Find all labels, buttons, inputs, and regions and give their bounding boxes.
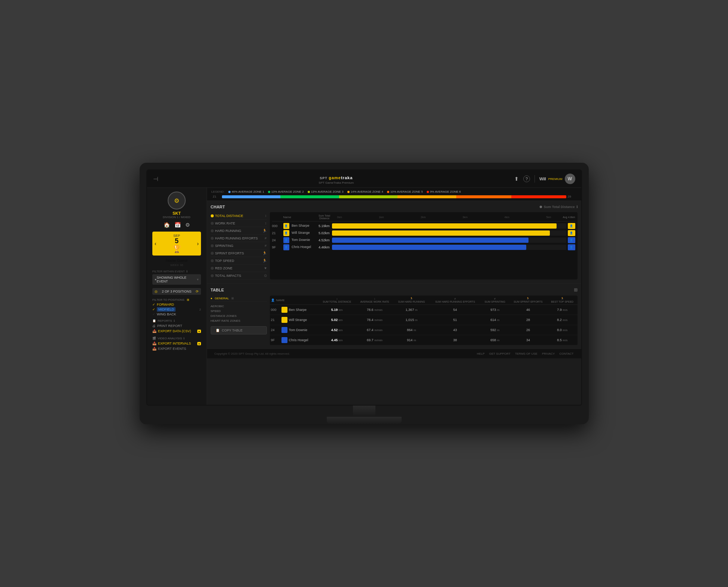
copy-table-button[interactable]: 📋 COPY TABLE [211,326,267,334]
copyright: Copyright © 2020 SPT Group Pty Ltd. All … [214,352,290,355]
sprinting-cell: 592 m [481,325,509,335]
player-avatar [281,317,287,323]
aerobic-group[interactable]: AEROBIC [211,304,267,309]
metric-red-zone[interactable]: RED ZONE ♥ [211,265,267,272]
position-forward[interactable]: ✓ FORWARD [152,303,201,306]
filter-positions-section: FILTER TO POSITIONS ⊞ ✓ FORWARD ✓ MI [152,298,201,317]
col-header-top-speed[interactable]: 🏃 Best Top Speed [547,296,577,305]
metric-total-distance[interactable]: TOTAL DISTANCE ↕ [211,212,267,220]
table-expand-icon[interactable]: ⊞ [574,287,578,293]
work-rate-cell: 78.6 m/min [356,305,394,315]
user-avatar[interactable]: W [565,174,575,184]
sidebar: ⚙ SKT DIVISION 1 / MIXED 🏠 📅 ⚙ ‹ SEP 5 🏆 [147,188,207,405]
distance-cell: 5.19 km [318,305,356,315]
stand-base [327,417,402,424]
home-icon[interactable]: 🏠 [164,222,170,228]
metric-work-rate[interactable]: WORK RATE ↕ [211,220,267,227]
event-day: 5 [172,238,182,244]
hard-running-cell: 1,367 m [394,305,429,315]
help-icon[interactable]: ? [523,175,530,182]
header-right: ⬆ ? Will PREMIUM W [514,174,575,184]
metric-total-impacts[interactable]: TOTAL IMPACTS ⊙ [211,272,267,279]
filter-label: FILTER WITHIN EVENT ℹ [152,270,201,273]
team-logo: ⚙ [168,192,186,210]
metric-sprint-efforts[interactable]: SPRINT EFFORTS 🏃 [211,250,267,257]
top-speed-cell: 7.9 m/s [547,305,577,315]
heart-rate-zones-group[interactable]: HEART RATE ZONES [211,318,267,323]
chart-metrics-list: TOTAL DISTANCE ↕ WORK RATE ↕ [211,212,267,279]
zone-6: 9% AVERAGE ZONE 6 [427,190,461,193]
col-header-hard-running[interactable]: 🏃 Sum Hard Running [394,296,429,305]
work-rate-cell: 69.7 m/min [356,335,394,345]
event-title: Home Game [166,259,188,263]
next-event-btn[interactable]: › [197,241,199,247]
team-name: SKT [173,211,181,215]
chart-col-val: Sum Total Distance [313,214,336,220]
general-group: ● GENERAL ⊞ [211,296,267,302]
metric-hard-running-efforts[interactable]: HARD RUNNING EFFORTS ≠ [211,235,267,242]
player-cell: 9F Chris Hoegel [270,335,319,345]
table-sidebar: ● GENERAL ⊞ AEROBIC SPEED [211,296,267,345]
positions-filter[interactable]: ◎ 2 OF 3 POSITIONS ⟳ [152,288,201,295]
table-main: 👤 Name ↕ Sum Total Distance [270,296,578,345]
print-report-link[interactable]: 🖨 PRINT REPORT [152,324,201,328]
footer-links: HELP GET SUPPORT TERMS OF USE PRIVACY CO… [477,352,574,355]
main-content: LEGEND: 46% AVERAGE ZONE 1 13% AVERAGE Z… [207,188,581,405]
export-intervals-link[interactable]: 📥 EXPORT INTERVALS ● [152,342,201,345]
upload-icon[interactable]: ⬆ [514,176,519,182]
player-cell: 000 Ben Sharpe [270,305,319,315]
chart-section: CHART ⊕ Sum Total Distance ℹ [207,201,581,284]
zone-4: 14% AVERAGE ZONE 4 [347,190,383,193]
chart-title: CHART ⊕ Sum Total Distance ℹ [211,205,578,209]
showing-whole-event[interactable]: ● SHOWING WHOLE EVENT ▾ [152,274,201,285]
app-header: ⊣ SPT gametraka SPT GameTraka Premium ⬆ … [147,170,581,188]
export-csv-link[interactable]: 📥 EXPORT DATA (CSV) ● [152,329,201,333]
stand-neck [353,406,375,417]
col-header-work-rate[interactable]: ↕ Average Work Rate [356,296,394,305]
distance-zones-group[interactable]: DISTANCE ZONES [211,314,267,318]
table-row: 21 Will Strange 5.02 km [270,315,578,325]
calendar-icon[interactable]: 📅 [174,222,181,228]
team-sub: DIVISION 1 / MIXED [163,215,191,219]
col-header-sprinting[interactable]: ≠ Sum Sprinting [481,296,509,305]
monitor-stand [146,406,582,424]
chart-bars-area: Name Sum Total Distance 0km 1km 2km 3km … [270,212,578,279]
prev-event-btn[interactable]: ‹ [155,241,156,247]
chart-bar [332,230,566,236]
position-midfield[interactable]: ✓ MIDFIELD 2 [152,307,201,312]
chart-col-name: Name [283,215,313,219]
table-title: TABLE ⊞ [211,287,578,293]
event-navigator: ‹ SEP 5 🏆 › [152,232,201,256]
footer-support[interactable]: GET SUPPORT [489,352,511,355]
table-row: 24 Tom Downie 4.52 km [270,325,578,335]
footer-terms[interactable]: TERMS OF USE [515,352,537,355]
chart-avg-label: Avg 4.8km [553,216,575,218]
table-section: TABLE ⊞ ● GENERAL ⊞ [207,284,581,349]
player-avatar [281,327,287,333]
footer-contact[interactable]: CONTACT [559,352,573,355]
export-events-link[interactable]: 📥 EXPORT EVENTS [152,347,201,351]
position-wingback[interactable]: ✓ WING BACK [152,312,201,316]
zone-3: 13% AVERAGE ZONE 3 [308,190,344,193]
col-header-sprint-efforts[interactable]: 🏃 Sum Sprint Efforts [509,296,547,305]
footer-privacy[interactable]: PRIVACY [542,352,555,355]
hard-running-cell: 1,015 m [394,315,429,325]
col-header-hard-running-efforts[interactable]: ≠ Sum Hard Running Efforts [429,296,481,305]
metric-sprinting[interactable]: SPRINTING ≠ [211,242,267,250]
top-speed-cell: 8.0 m/s [547,325,577,335]
settings-icon[interactable]: ⚙ [185,222,190,228]
sprinting-cell: 973 m [481,305,509,315]
speed-group[interactable]: SPEED [211,309,267,314]
col-header-distance[interactable]: ↕ Sum Total Distance [318,296,356,305]
chart-row: 24 👤 Tom Downie 4.52km 👤 [272,237,575,243]
sidebar-toggle[interactable]: ⊣ [153,175,158,183]
top-speed-cell: 8.5 m/s [547,335,577,345]
metric-top-speed[interactable]: TOP SPEED 🏃 [211,257,267,265]
player-cell: 21 Will Strange [270,315,319,325]
top-speed-cell: 8.2 m/s [547,315,577,325]
footer-help[interactable]: HELP [477,352,485,355]
metric-hard-running[interactable]: HARD RUNNING 🏃 [211,227,267,235]
player-avatar [281,307,287,313]
positions-section: ◎ 2 OF 3 POSITIONS ⟳ [152,288,201,296]
sidebar-nav-icons: 🏠 📅 ⚙ [164,222,190,228]
